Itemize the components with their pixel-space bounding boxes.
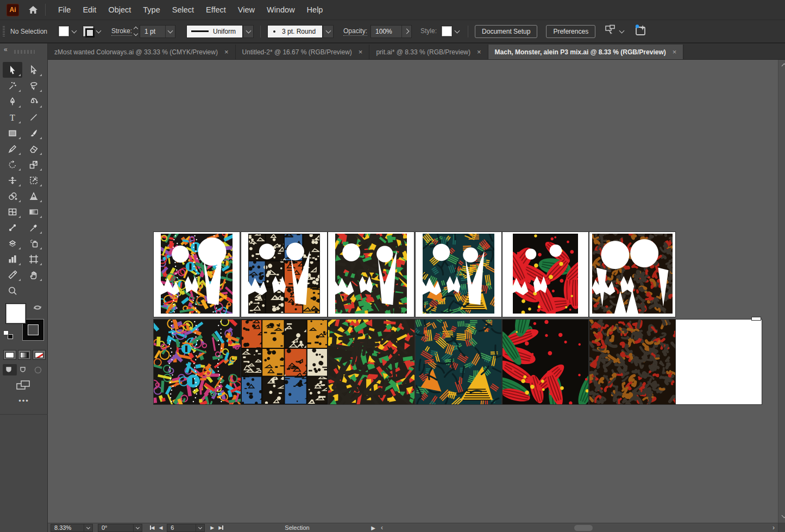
- width-profile-dropdown[interactable]: [243, 25, 254, 38]
- menu-item-select[interactable]: Select: [166, 1, 200, 18]
- column-graph-tool[interactable]: [3, 251, 22, 267]
- pencil-tool[interactable]: [3, 141, 22, 157]
- fill-proxy[interactable]: [5, 303, 26, 324]
- artboard-row1-6[interactable]: [589, 232, 675, 317]
- artboard-row2-5[interactable]: [503, 320, 588, 404]
- artboard-row2-7[interactable]: [676, 320, 762, 404]
- close-icon[interactable]: ×: [359, 48, 363, 56]
- document-tab-4[interactable]: Mach, Monster, alein P3 mix.ai @ 8.33 % …: [488, 45, 684, 59]
- scroll-left-icon[interactable]: ‹: [378, 524, 386, 531]
- rotation-field[interactable]: 0°: [98, 524, 142, 532]
- pen-tool[interactable]: [3, 93, 22, 109]
- close-icon[interactable]: ×: [477, 48, 481, 56]
- artboard-row1-3[interactable]: [328, 232, 414, 317]
- scroll-up-icon[interactable]: [782, 64, 785, 69]
- artboard-row1-2[interactable]: [241, 232, 327, 317]
- artboard-number-field[interactable]: 6: [167, 524, 205, 532]
- previous-artboard-button[interactable]: ◀: [156, 525, 165, 530]
- free-transform-tool[interactable]: [24, 172, 43, 188]
- zoom-tool[interactable]: [3, 283, 22, 298]
- menu-item-help[interactable]: Help: [301, 1, 329, 18]
- opacity-label[interactable]: Opacity:: [343, 27, 367, 36]
- draw-behind-button[interactable]: [17, 364, 31, 375]
- collapse-panel-icon[interactable]: «: [4, 46, 8, 53]
- width-profile-field[interactable]: Uniform: [186, 25, 243, 38]
- vertical-scrollbar[interactable]: [778, 60, 785, 523]
- document-setup-button[interactable]: Document Setup: [475, 25, 537, 38]
- first-artboard-button[interactable]: ◀: [148, 525, 156, 530]
- app-logo-icon[interactable]: Ai: [7, 4, 19, 16]
- artboard-row2-1[interactable]: [154, 320, 241, 404]
- swap-fill-stroke-icon[interactable]: [33, 303, 42, 314]
- preferences-button[interactable]: Preferences: [546, 25, 595, 38]
- direct-selection-tool[interactable]: [24, 62, 43, 78]
- brush-dropdown[interactable]: [323, 25, 334, 38]
- stroke-label[interactable]: Stroke:: [111, 27, 132, 36]
- status-expand-icon[interactable]: ▶: [369, 525, 378, 531]
- gradient-button[interactable]: [18, 350, 31, 360]
- canvas-area[interactable]: [48, 60, 778, 523]
- eyedropper-tool[interactable]: [24, 220, 43, 235]
- draw-normal-button[interactable]: [3, 364, 17, 375]
- none-button[interactable]: [33, 350, 46, 360]
- more-tools-ellipsis[interactable]: •••: [0, 397, 48, 405]
- document-tab-2[interactable]: Untitled-2* @ 16.67 % (RGB/Preview)×: [236, 45, 370, 59]
- menu-item-object[interactable]: Object: [102, 1, 137, 18]
- brush-field[interactable]: 3 pt. Round: [267, 25, 323, 38]
- stroke-color-swatch[interactable]: [83, 26, 94, 37]
- last-artboard-button[interactable]: ▶: [216, 525, 225, 530]
- opacity-field[interactable]: 100%: [370, 25, 412, 38]
- artboard-row2-2[interactable]: [241, 320, 328, 404]
- artboard-tool[interactable]: [24, 251, 43, 267]
- blend-tool[interactable]: [3, 220, 22, 235]
- chevron-down-icon[interactable]: [72, 28, 77, 34]
- artboard-row1-1[interactable]: [154, 232, 240, 317]
- stroke-weight-field[interactable]: 1 pt: [140, 25, 175, 38]
- document-tab-1[interactable]: zMost wanted Colorways.ai @ 33.33 % (CMY…: [48, 45, 236, 59]
- chevron-down-icon[interactable]: [455, 28, 460, 34]
- color-button[interactable]: [3, 350, 16, 360]
- horizontal-scrollbar[interactable]: ‹ ›: [378, 523, 778, 532]
- menu-item-file[interactable]: File: [52, 1, 77, 18]
- draw-inside-button[interactable]: [31, 364, 45, 375]
- generative-ai-icon[interactable]: [633, 24, 648, 39]
- artboard-row2-6[interactable]: [589, 320, 675, 404]
- menu-item-window[interactable]: Window: [261, 1, 301, 18]
- menu-item-view[interactable]: View: [232, 1, 261, 18]
- paintbrush-tool[interactable]: [24, 125, 43, 141]
- fill-color-swatch[interactable]: [58, 26, 70, 37]
- chevron-down-icon[interactable]: [165, 26, 175, 37]
- menu-item-edit[interactable]: Edit: [77, 1, 102, 18]
- eraser-tool[interactable]: [24, 141, 43, 157]
- next-artboard-button[interactable]: ▶: [208, 525, 216, 530]
- close-icon[interactable]: ×: [673, 48, 677, 56]
- selection-tool[interactable]: [3, 62, 22, 78]
- hand-tool[interactable]: [24, 267, 43, 283]
- panel-grip[interactable]: [14, 50, 35, 54]
- artboard-row1-5[interactable]: [503, 232, 588, 317]
- line-segment-tool[interactable]: [24, 109, 43, 125]
- artboard-row2-3[interactable]: [328, 320, 415, 404]
- slice-tool[interactable]: [3, 267, 22, 283]
- chevron-right-icon[interactable]: [401, 26, 411, 37]
- symbols-tool[interactable]: [3, 235, 22, 251]
- scrollbar-thumb[interactable]: [574, 525, 593, 531]
- symbol-sprayer-tool[interactable]: [24, 235, 43, 251]
- chevron-down-icon[interactable]: [619, 28, 625, 34]
- home-icon[interactable]: [28, 4, 39, 15]
- rectangle-tool[interactable]: [3, 125, 22, 141]
- panel-grip[interactable]: [3, 26, 5, 37]
- shape-builder-tool[interactable]: [3, 188, 22, 204]
- rotate-tool[interactable]: [3, 157, 22, 172]
- style-swatch[interactable]: [441, 26, 453, 37]
- artboard-handle[interactable]: [752, 317, 761, 320]
- arrange-documents-icon[interactable]: [604, 24, 617, 39]
- default-fill-stroke-icon[interactable]: [3, 330, 13, 339]
- curvature-tool[interactable]: [24, 93, 43, 109]
- width-tool[interactable]: [3, 172, 22, 188]
- scroll-down-icon[interactable]: [782, 513, 785, 518]
- perspective-grid-tool[interactable]: [24, 188, 43, 204]
- menu-item-effect[interactable]: Effect: [200, 1, 232, 18]
- artboard-row2-4[interactable]: [416, 320, 501, 404]
- chevron-down-icon[interactable]: [96, 28, 102, 34]
